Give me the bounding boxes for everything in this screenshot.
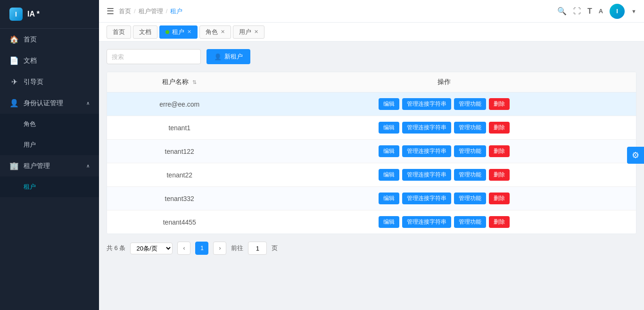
manage-func-button[interactable]: 管理功能	[454, 169, 486, 181]
tenant-mgmt-icon: 🏢	[9, 161, 19, 170]
dropdown-arrow-icon[interactable]: ▼	[631, 8, 636, 14]
language-icon[interactable]: A	[599, 8, 603, 15]
edit-button[interactable]: 编辑	[379, 216, 399, 228]
new-tenant-label: 新租户	[224, 52, 243, 61]
avatar[interactable]: I	[610, 4, 625, 19]
topbar-right: 🔍 ⛶ T A I ▼	[557, 4, 636, 19]
manage-conn-button[interactable]: 管理连接字符串	[402, 169, 451, 181]
search-input[interactable]	[107, 49, 201, 64]
sidebar-item-tenant[interactable]: 租户	[0, 176, 99, 197]
edit-button[interactable]: 编辑	[379, 193, 399, 204]
manage-func-button[interactable]: 管理功能	[454, 98, 486, 110]
tab-role-close-icon[interactable]: ✕	[221, 29, 225, 35]
tenant-name-cell: tenant122	[107, 140, 252, 163]
manage-conn-button[interactable]: 管理连接字符串	[402, 145, 451, 157]
menu-toggle-icon[interactable]: ☰	[107, 6, 114, 17]
manage-conn-button[interactable]: 管理连接字符串	[402, 122, 451, 134]
table-row: tenant1编辑管理连接字符串管理功能删除	[107, 116, 636, 140]
topbar: ☰ 首页 / 租户管理 / 租户 🔍 ⛶ T A I ▼	[99, 0, 644, 23]
tab-docs-label: 文档	[139, 28, 151, 36]
delete-button[interactable]: 删除	[489, 216, 510, 228]
goto-page-input[interactable]	[248, 242, 267, 255]
logo-icon: I	[9, 8, 23, 21]
float-settings-button[interactable]: ⚙	[627, 147, 644, 164]
next-page-button[interactable]: ›	[213, 242, 226, 255]
delete-button[interactable]: 删除	[489, 98, 510, 110]
tab-tenant-dot	[165, 30, 169, 34]
sidebar-item-tenant-label: 租户	[24, 183, 90, 191]
prev-page-button[interactable]: ‹	[177, 242, 190, 255]
manage-func-button[interactable]: 管理功能	[454, 145, 486, 157]
action-cell: 编辑管理连接字符串管理功能删除	[252, 140, 636, 163]
docs-icon: 📄	[9, 56, 19, 65]
sidebar-item-role[interactable]: 角色	[0, 114, 99, 134]
table-row: tenant4455编辑管理连接字符串管理功能删除	[107, 210, 636, 234]
edit-button[interactable]: 编辑	[379, 145, 399, 157]
fullscreen-icon[interactable]: ⛶	[573, 7, 581, 16]
sidebar-item-role-label: 角色	[24, 120, 90, 128]
action-buttons: 编辑管理连接字符串管理功能删除	[259, 216, 628, 228]
tab-docs[interactable]: 文档	[133, 25, 157, 39]
edit-button[interactable]: 编辑	[379, 98, 399, 110]
edit-button[interactable]: 编辑	[379, 169, 399, 181]
manage-func-button[interactable]: 管理功能	[454, 216, 486, 228]
tab-user[interactable]: 用户 ✕	[233, 25, 264, 39]
total-count: 共 6 条	[107, 244, 125, 252]
edit-button[interactable]: 编辑	[379, 122, 399, 134]
tab-home[interactable]: 首页	[107, 25, 131, 39]
sidebar-item-home[interactable]: 🏠 首页	[0, 29, 99, 50]
manage-conn-button[interactable]: 管理连接字符串	[402, 193, 451, 204]
action-buttons: 编辑管理连接字符串管理功能删除	[259, 145, 628, 157]
breadcrumb-home[interactable]: 首页	[119, 7, 131, 16]
tenant-name-cell: erre@ee.com	[107, 92, 252, 116]
tab-user-close-icon[interactable]: ✕	[254, 29, 258, 35]
col-action-header: 操作	[252, 72, 636, 92]
manage-func-button[interactable]: 管理功能	[454, 122, 486, 134]
table-row: tenant22编辑管理连接字符串管理功能删除	[107, 163, 636, 187]
breadcrumb-sep1: /	[134, 8, 136, 15]
page-label: 页	[272, 244, 278, 252]
sidebar-item-auth-label: 身份认证管理	[24, 99, 82, 108]
sort-icon[interactable]: ⇅	[192, 79, 197, 85]
pagination: 共 6 条 20条/页 10条/页 50条/页 100条/页 ‹ 1 › 前往 …	[107, 242, 636, 255]
tabs-bar: 首页 文档 租户 ✕ 角色 ✕ 用户 ✕	[99, 23, 644, 42]
tenant-mgmt-arrow-icon: ∧	[86, 163, 90, 168]
auth-icon: 👤	[9, 99, 19, 108]
manage-conn-button[interactable]: 管理连接字符串	[402, 216, 451, 228]
tab-role-label: 角色	[206, 28, 218, 36]
tenant-table: 租户名称 ⇅ 操作 erre@ee.com编辑管理连接字符串管理功能删除tena…	[107, 72, 636, 234]
action-cell: 编辑管理连接字符串管理功能删除	[252, 210, 636, 234]
settings-icon: ⚙	[632, 150, 639, 160]
manage-func-button[interactable]: 管理功能	[454, 193, 486, 204]
sidebar-item-docs[interactable]: 📄 文档	[0, 50, 99, 71]
text-size-icon[interactable]: T	[587, 7, 592, 16]
sidebar-item-tenant-mgmt[interactable]: 🏢 租户管理 ∧	[0, 155, 99, 176]
page-size-select[interactable]: 20条/页 10条/页 50条/页 100条/页	[130, 243, 173, 254]
sidebar-item-auth[interactable]: 👤 身份认证管理 ∧	[0, 92, 99, 114]
delete-button[interactable]: 删除	[489, 169, 510, 181]
tab-role[interactable]: 角色 ✕	[199, 25, 231, 39]
action-buttons: 编辑管理连接字符串管理功能删除	[259, 122, 628, 134]
delete-button[interactable]: 删除	[489, 193, 510, 204]
sidebar-item-user[interactable]: 用户	[0, 134, 99, 155]
tenant-submenu: 租户	[0, 176, 99, 197]
new-tenant-button[interactable]: 👤 新租户	[206, 49, 250, 64]
sidebar-item-home-label: 首页	[24, 35, 90, 44]
avatar-label: I	[616, 8, 618, 15]
tab-tenant[interactable]: 租户 ✕	[159, 25, 198, 39]
sidebar-item-tenant-mgmt-label: 租户管理	[24, 162, 82, 170]
tab-user-label: 用户	[239, 28, 251, 36]
manage-conn-button[interactable]: 管理连接字符串	[402, 98, 451, 110]
content-area: 👤 新租户 租户名称 ⇅ 操作	[99, 42, 644, 310]
tenant-name-cell: tenant332	[107, 187, 252, 210]
table-row: tenant332编辑管理连接字符串管理功能删除	[107, 187, 636, 210]
new-tenant-icon: 👤	[214, 53, 222, 60]
delete-button[interactable]: 删除	[489, 122, 510, 134]
breadcrumb-mgmt[interactable]: 租户管理	[139, 7, 163, 16]
tab-tenant-close-icon[interactable]: ✕	[187, 29, 191, 35]
sidebar-item-guide[interactable]: ✈ 引导页	[0, 71, 99, 92]
search-icon[interactable]: 🔍	[557, 7, 567, 16]
page-1-button[interactable]: 1	[195, 242, 208, 255]
delete-button[interactable]: 删除	[489, 145, 510, 157]
action-buttons: 编辑管理连接字符串管理功能删除	[259, 169, 628, 181]
